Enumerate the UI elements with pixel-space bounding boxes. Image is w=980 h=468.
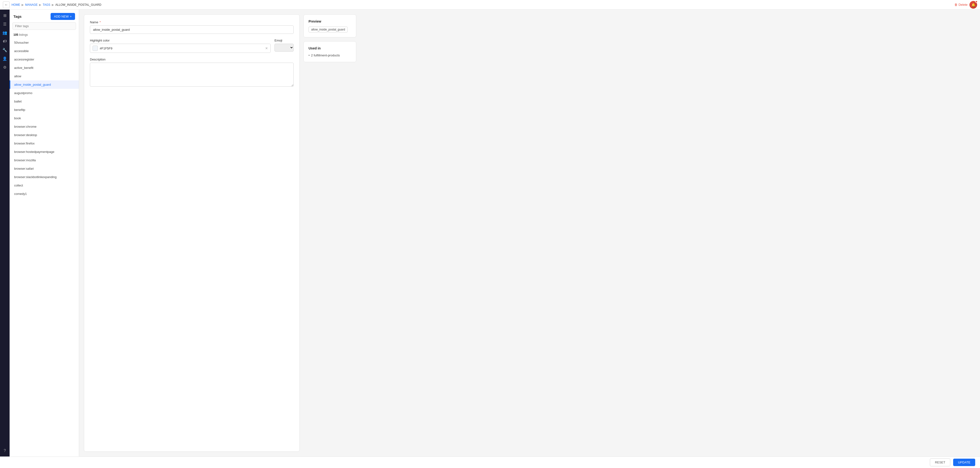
breadcrumb-current: ALLOW_INSIDE_POSTAL_GUARD (56, 3, 102, 6)
breadcrumb: HOME ▶ MANAGE ▶ TAGS ▶ ALLOW_INSIDE_POST… (11, 3, 102, 6)
avatar-badge (975, 0, 978, 3)
breadcrumb-sep-1: ▶ (22, 3, 24, 6)
breadcrumb-home[interactable]: HOME (11, 3, 20, 6)
listings-count: 105 listings (10, 32, 79, 38)
back-button[interactable]: ← (3, 2, 10, 8)
color-swatch[interactable] (92, 46, 98, 51)
tag-item-allow-inside-postal-guard[interactable]: allow_inside_postal_guard (10, 80, 79, 89)
tag-item-browser-hostedpaymentpage[interactable]: browser:hostedpaymentpage (10, 148, 79, 156)
tag-item-browser-chrome[interactable]: browser:chrome (10, 122, 79, 131)
preview-tag: allow_inside_postal_guard (309, 27, 348, 32)
tag-item-accessregister[interactable]: accessregister (10, 55, 79, 64)
used-in-title: Used in (309, 46, 351, 50)
listings-label: listings (19, 33, 28, 37)
tag-item-allow[interactable]: allow (10, 72, 79, 80)
preview-panel: Preview allow_inside_postal_guard Used i… (304, 14, 356, 452)
preview-title: Preview (309, 19, 351, 23)
icon-sidebar: ⊞ ☰ 👥 🏷 🔧 👤 ⚙ ? (0, 10, 10, 457)
color-input-wrap: ✕ (90, 44, 270, 53)
delete-button[interactable]: 🗑 Delete (955, 3, 967, 6)
tag-item-collect[interactable]: collect (10, 181, 79, 190)
sidebar-icon-help[interactable]: ? (1, 447, 9, 455)
tag-item-browser-slackbot[interactable]: browser:slackbotlinkexpanding (10, 173, 79, 181)
tag-item-browser-firefox[interactable]: browser:firefox (10, 139, 79, 148)
used-in-item-0: 2 fulfillment-products (309, 54, 351, 57)
color-label: Highlight color (90, 38, 270, 42)
tag-item-browser-desktop[interactable]: browser:desktop (10, 131, 79, 139)
avatar-icon: 🔔 (971, 3, 975, 7)
sidebar-icon-users[interactable]: 👥 (1, 29, 9, 37)
tag-item-book[interactable]: book (10, 114, 79, 122)
listings-count-number: 105 (13, 33, 18, 37)
tags-sidebar: Tags ADD NEW + 105 listings 50voucher ac… (10, 10, 79, 457)
tags-title: Tags (13, 14, 22, 19)
color-input[interactable] (100, 46, 263, 50)
breadcrumb-manage[interactable]: MANAGE (25, 3, 38, 6)
topbar: ← HOME ▶ MANAGE ▶ TAGS ▶ ALLOW_INSIDE_PO… (0, 0, 980, 10)
tag-item-augustpromo[interactable]: augustpromo (10, 89, 79, 97)
tag-item-browser-safari[interactable]: browser:safari (10, 165, 79, 173)
description-group: Description (90, 58, 294, 87)
tags-list: 50voucher accessible accessregister acti… (10, 38, 79, 457)
name-label: Name * (90, 21, 294, 24)
add-new-button[interactable]: ADD NEW + (51, 13, 75, 20)
add-new-label: ADD NEW (54, 14, 68, 18)
breadcrumb-tags[interactable]: TAGS (43, 3, 50, 6)
filter-input[interactable] (13, 22, 76, 30)
topbar-right: 🗑 Delete 🔔 (955, 1, 977, 9)
tag-item-benefitp[interactable]: benefitp (10, 105, 79, 114)
color-group: Highlight color ✕ (90, 38, 270, 53)
name-input[interactable] (90, 26, 294, 34)
tag-item-browser-mozilla[interactable]: browser:mozilla (10, 156, 79, 165)
tag-item-comedy1[interactable]: comedy1 (10, 190, 79, 198)
sidebar-icon-person[interactable]: 👤 (1, 55, 9, 62)
delete-label: Delete (958, 3, 967, 6)
sidebar-icon-list[interactable]: ☰ (1, 20, 9, 28)
name-group: Name * (90, 21, 294, 34)
sidebar-icon-settings[interactable]: ⚙ (1, 63, 9, 71)
main-content: Name * Highlight color ✕ Emoji (79, 10, 980, 457)
preview-card: Preview allow_inside_postal_guard (304, 14, 356, 37)
tag-item-accessible[interactable]: accessible (10, 47, 79, 55)
filter-input-wrap (10, 22, 79, 32)
emoji-select[interactable] (275, 44, 294, 52)
trash-icon: 🗑 (955, 3, 958, 6)
emoji-label: Emoji (275, 38, 294, 42)
emoji-group: Emoji (275, 38, 294, 53)
sidebar-icon-tag[interactable]: 🏷 (1, 37, 9, 45)
tag-item-active-benefit[interactable]: active_benefit (10, 64, 79, 72)
update-button[interactable]: UPDATE (953, 458, 975, 466)
tag-item-ballet[interactable]: ballet (10, 97, 79, 105)
form-panel: Name * Highlight color ✕ Emoji (84, 14, 300, 452)
tag-item-50voucher[interactable]: 50voucher (10, 38, 79, 47)
description-textarea[interactable] (90, 62, 294, 87)
avatar[interactable]: 🔔 (969, 1, 977, 9)
tags-header: Tags ADD NEW + (10, 10, 79, 22)
breadcrumb-sep-3: ▶ (52, 3, 54, 6)
sidebar-icon-tool[interactable]: 🔧 (1, 46, 9, 54)
name-required: * (100, 21, 101, 24)
bottom-bar: RESET UPDATE (0, 457, 980, 468)
plus-icon: + (70, 14, 72, 18)
used-in-card: Used in 2 fulfillment-products (304, 41, 356, 62)
color-clear-icon[interactable]: ✕ (265, 46, 268, 50)
back-icon: ← (5, 3, 8, 6)
description-label: Description (90, 58, 294, 61)
main-layout: ⊞ ☰ 👥 🏷 🔧 👤 ⚙ ? Tags ADD NEW + 105 listi… (0, 10, 980, 457)
breadcrumb-sep-2: ▶ (39, 3, 41, 6)
sidebar-icon-home[interactable]: ⊞ (1, 11, 9, 19)
reset-button[interactable]: RESET (930, 458, 950, 466)
color-emoji-row: Highlight color ✕ Emoji (90, 38, 294, 53)
